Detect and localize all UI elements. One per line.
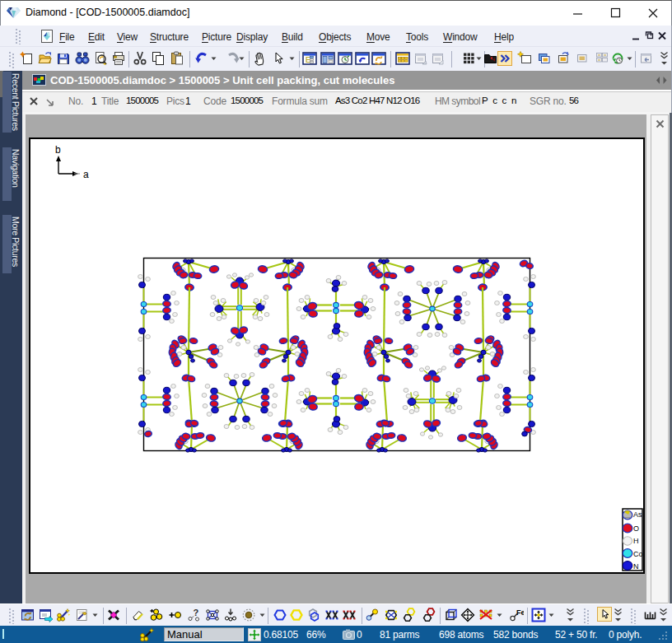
svg-text:Co: Co — [633, 550, 643, 558]
svg-text:Fe: Fe — [516, 608, 524, 617]
svg-text:a: a — [83, 169, 89, 180]
svg-text:b: b — [55, 144, 61, 156]
svg-text:O: O — [633, 524, 639, 533]
svg-text:H: H — [633, 537, 639, 545]
svg-text:N: N — [633, 562, 639, 571]
svg-text:?: ? — [194, 608, 199, 617]
svg-text:As: As — [633, 510, 642, 519]
